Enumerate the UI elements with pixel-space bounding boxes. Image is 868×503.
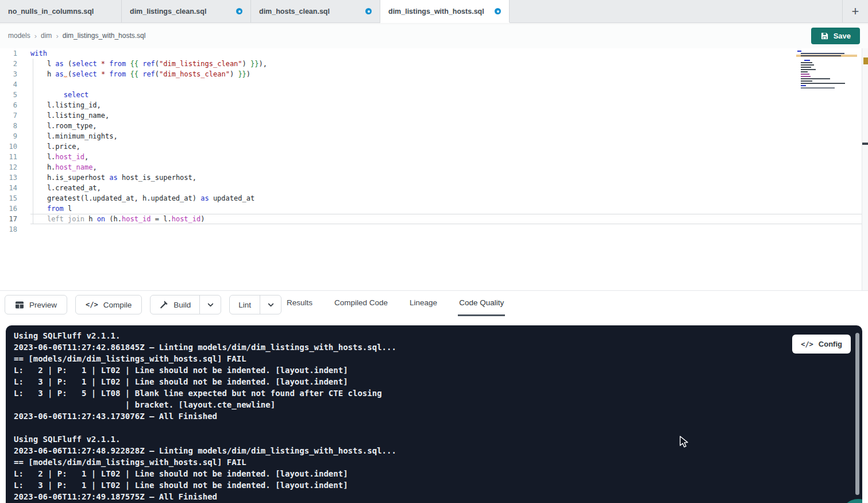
build-button-label: Build — [173, 301, 191, 309]
code-text: from l — [30, 203, 868, 214]
minimap-row — [797, 80, 856, 82]
file-tab-no-nulls-in-columns[interactable]: no_nulls_in_columns.sql — [0, 0, 122, 22]
indent-guide-line — [33, 59, 33, 224]
code-line[interactable]: 6 l.listing_id, — [0, 100, 868, 110]
code-line[interactable]: 8 l.room_type, — [0, 121, 868, 131]
code-line[interactable]: 7 l.listing_name, — [0, 110, 868, 121]
file-tab-label: no_nulls_in_columns.sql — [8, 7, 94, 16]
code-text: l.room_type, — [30, 121, 868, 131]
preview-button-label: Preview — [29, 301, 57, 309]
file-tab-dim-listings-with-hosts[interactable]: dim_listings_with_hosts.sql — [380, 0, 510, 22]
lint-output-console[interactable]: Using SQLFluff v2.1.1. 2023-06-06T11:27:… — [6, 325, 862, 503]
lint-button-label: Lint — [238, 301, 251, 309]
code-line[interactable]: 5 select — [0, 90, 868, 100]
code-line[interactable]: 17 left join h on (h.host_id = l.host_id… — [0, 214, 868, 224]
code-icon: </> — [801, 340, 813, 348]
tab-compiled-code[interactable]: Compiled Code — [333, 291, 389, 316]
breadcrumb-item-file: dim_listings_with_hosts.sql — [63, 32, 146, 40]
config-button[interactable]: </> Config — [792, 335, 851, 354]
result-panel-tabs: Results Compiled Code Lineage Code Quali… — [286, 291, 505, 316]
code-line[interactable]: 1with — [0, 48, 868, 59]
plus-icon: + — [852, 4, 859, 19]
code-line[interactable]: 9 l.minimum_nights, — [0, 131, 868, 141]
breadcrumb-item-dim[interactable]: dim — [41, 32, 52, 40]
code-line[interactable]: 12 h.host_name, — [0, 162, 868, 172]
chevron-down-icon — [207, 301, 214, 309]
editor-minimap[interactable] — [797, 51, 856, 90]
minimap-row — [797, 76, 856, 77]
lint-button-group: Lint — [229, 295, 281, 314]
line-number: 9 — [0, 131, 17, 141]
line-number: 6 — [0, 100, 17, 110]
line-number: 17 — [0, 214, 17, 224]
line-number: 5 — [0, 90, 17, 100]
code-line[interactable]: 10 l.price, — [0, 141, 868, 152]
line-number: 16 — [0, 203, 17, 214]
line-number: 8 — [0, 121, 17, 131]
unsaved-changes-dot-icon — [495, 8, 501, 14]
unsaved-changes-dot-icon — [236, 8, 242, 14]
line-number: 10 — [0, 141, 17, 152]
minimap-row — [797, 55, 856, 56]
minimap-row — [797, 67, 856, 68]
lint-button[interactable]: Lint — [230, 295, 260, 314]
code-line[interactable]: 2 l as (select * from {{ ref("dim_listin… — [0, 59, 868, 69]
tab-code-quality[interactable]: Code Quality — [458, 291, 505, 316]
breadcrumb-item-models[interactable]: models — [8, 32, 30, 40]
code-icon: </> — [86, 301, 98, 309]
code-text: greatest(l.updated_at, h.updated_at) as … — [30, 193, 868, 203]
bottom-panel: Preview </> Compile Build — [0, 290, 868, 503]
file-tab-label: dim_listings_clean.sql — [130, 7, 206, 16]
code-text — [30, 79, 868, 90]
code-text: l as (select * from {{ ref("dim_listings… — [30, 59, 868, 69]
save-button[interactable]: Save — [811, 28, 860, 44]
code-text: h.host_name, — [30, 162, 868, 172]
line-number: 2 — [0, 59, 17, 69]
chevron-right-icon: › — [56, 32, 58, 40]
line-number: 4 — [0, 79, 17, 90]
dbt-ide-app: no_nulls_in_columns.sql dim_listings_cle… — [0, 0, 868, 503]
code-text: l.created_at, — [30, 183, 868, 193]
code-line[interactable]: 3 h as (select * from {{ ref("dim_hosts_… — [0, 69, 868, 79]
tab-lineage[interactable]: Lineage — [408, 291, 438, 316]
compile-button[interactable]: </> Compile — [75, 295, 142, 314]
code-line[interactable]: 18 — [0, 224, 868, 235]
build-dropdown-button[interactable] — [200, 295, 221, 314]
file-tab-dim-hosts-clean[interactable]: dim_hosts_clean.sql — [251, 0, 380, 22]
unsaved-changes-dot-icon — [365, 8, 372, 14]
new-tab-button[interactable]: + — [843, 0, 868, 22]
line-number: 14 — [0, 183, 17, 193]
preview-button[interactable]: Preview — [5, 295, 67, 314]
code-line[interactable]: 15 greatest(l.updated_at, h.updated_at) … — [0, 193, 868, 203]
code-text: l.listing_name, — [30, 110, 868, 121]
code-text: l.listing_id, — [30, 100, 868, 110]
build-button[interactable]: Build — [151, 295, 200, 314]
line-number: 18 — [0, 224, 17, 235]
code-line[interactable]: 16 from l — [0, 203, 868, 214]
console-scrollbar[interactable] — [855, 333, 859, 495]
line-number: 15 — [0, 193, 17, 203]
sql-code-editor[interactable]: 1with2 l as (select * from {{ ref("dim_l… — [0, 48, 868, 290]
minimap-row — [797, 53, 856, 54]
console-output-text: Using SQLFluff v2.1.1. 2023-06-06T11:27:… — [6, 325, 862, 503]
save-button-label: Save — [834, 32, 851, 40]
minimap-row — [797, 74, 856, 75]
code-line[interactable]: 13 h.is_superhost as host_is_superhost, — [0, 172, 868, 183]
code-line[interactable]: 14 l.created_at, — [0, 183, 868, 193]
line-number: 1 — [0, 48, 17, 59]
file-tab-dim-listings-clean[interactable]: dim_listings_clean.sql — [122, 0, 251, 22]
code-line[interactable]: 11 l.host_id, — [0, 152, 868, 162]
tab-results[interactable]: Results — [286, 291, 314, 316]
overview-ruler[interactable] — [862, 48, 868, 290]
line-number: 12 — [0, 162, 17, 172]
minimap-row — [797, 78, 856, 79]
code-line[interactable]: 4 — [0, 79, 868, 90]
lint-dropdown-button[interactable] — [260, 295, 281, 314]
breadcrumb-bar: models › dim › dim_listings_with_hosts.s… — [0, 23, 868, 48]
minimap-row — [797, 87, 856, 89]
minimap-row — [797, 51, 856, 52]
editor-lines: 1with2 l as (select * from {{ ref("dim_l… — [0, 48, 868, 235]
code-text: l.host_id, — [30, 152, 868, 162]
table-icon — [15, 301, 24, 309]
code-text: l.minimum_nights, — [30, 131, 868, 141]
